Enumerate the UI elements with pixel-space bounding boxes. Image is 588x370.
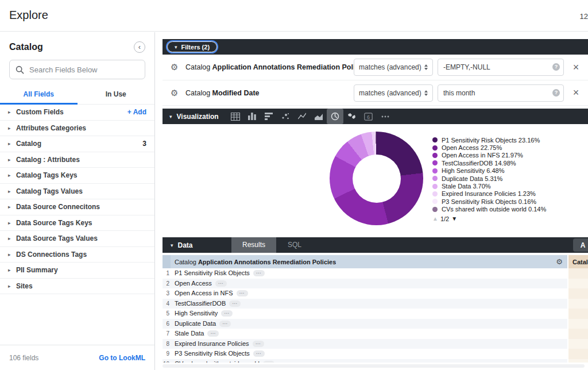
legend-item[interactable]: TestClassifierDOB 14.98% (432, 159, 546, 167)
cell-menu-icon[interactable]: ⋯ (253, 341, 264, 347)
column-gear-icon[interactable]: ⚙ (556, 257, 563, 266)
sidebar-field-group[interactable]: ▸ Custom Fields + Add (0, 105, 154, 121)
more-icon[interactable] (377, 109, 393, 124)
legend-item[interactable]: Open Access in NFS 21.97% (432, 152, 546, 159)
sidebar-field-group[interactable]: ▸ Data Source Tags Values (0, 231, 154, 247)
tab-all-fields[interactable]: All Fields (0, 86, 78, 104)
sidebar-field-group[interactable]: ▸ Catalog Tags Keys (0, 168, 154, 184)
filters-toggle-button[interactable]: ▾ Filters (2) (167, 41, 217, 52)
single-value-icon[interactable]: 6 (360, 109, 377, 124)
measure-cell[interactable] (567, 279, 588, 289)
measure-cell[interactable] (567, 359, 588, 363)
legend-item[interactable]: CVs shared with outside world 0.14% (432, 206, 546, 213)
dimension-cell[interactable]: High Sensitivity ⋯ (171, 309, 567, 319)
expand-caret-icon[interactable]: ▸ (8, 172, 16, 178)
sidebar-field-group[interactable]: ▸ Sites (0, 279, 154, 295)
expand-caret-icon[interactable]: ▸ (8, 157, 16, 163)
measure-cell[interactable] (567, 309, 588, 319)
cell-menu-icon[interactable]: ⋯ (229, 300, 241, 307)
expand-caret-icon[interactable]: ▸ (8, 125, 16, 131)
tab-results[interactable]: Results (231, 237, 276, 253)
pie-chart-icon[interactable] (327, 109, 343, 124)
measure-cell[interactable] (567, 329, 588, 339)
dimension-cell[interactable]: TestClassifierDOB ⋯ (171, 299, 567, 309)
partial-action-button[interactable]: A (573, 238, 588, 252)
sidebar-field-group[interactable]: ▸ Attributes Categories (0, 121, 154, 137)
cell-menu-icon[interactable]: ⋯ (207, 330, 219, 337)
dimension-cell[interactable]: Expired Insurance Policies ⋯ (171, 339, 567, 349)
legend-item[interactable]: P3 Sensitivity Risk Objects 0.16% (432, 198, 546, 205)
measure-cell[interactable] (567, 288, 588, 299)
measure-cell[interactable] (567, 268, 588, 279)
cell-menu-icon[interactable]: ⋯ (237, 290, 248, 296)
column-chart-icon[interactable] (243, 109, 260, 124)
tab-in-use[interactable]: In Use (78, 86, 155, 104)
sidebar-field-group[interactable]: ▸ Data Source Connecitons (0, 199, 154, 215)
dimension-cell[interactable]: Open Access ⋯ (171, 279, 567, 289)
search-input[interactable] (29, 65, 139, 74)
cell-menu-icon[interactable]: ⋯ (263, 361, 274, 363)
line-chart-icon[interactable] (293, 109, 310, 124)
measure-cell[interactable] (567, 319, 588, 329)
area-chart-icon[interactable] (310, 109, 327, 124)
visualization-bar-label[interactable]: Visualization (177, 113, 219, 121)
map-icon[interactable] (343, 109, 360, 124)
legend-item[interactable]: High Sensitivity 6.48% (432, 167, 546, 175)
donut-chart[interactable] (330, 132, 423, 225)
legend-item[interactable]: P1 Sensitivity Risk Objects 23.16% (432, 136, 546, 144)
legend-page-down-icon[interactable]: ▼ (451, 215, 457, 222)
sidebar-field-group[interactable]: ▸ PII Summary (0, 263, 154, 279)
legend-item[interactable]: Expired Insurance Policies 1.23% (432, 190, 546, 198)
legend-page-up-icon[interactable]: ▲ (432, 215, 438, 222)
expand-caret-icon[interactable]: ▸ (8, 109, 16, 115)
chevron-down-icon[interactable]: ▾ (169, 114, 172, 120)
measure-cell[interactable] (567, 349, 588, 359)
expand-caret-icon[interactable]: ▸ (8, 267, 16, 273)
filter-gear-icon[interactable]: ⚙ (171, 62, 182, 72)
dimension-cell[interactable]: Duplicate Data ⋯ (171, 319, 567, 329)
expand-caret-icon[interactable]: ▸ (8, 204, 16, 210)
expand-caret-icon[interactable]: ▸ (8, 283, 16, 289)
filter-value-input[interactable] (438, 84, 564, 102)
expand-caret-icon[interactable]: ▸ (8, 141, 16, 147)
measure-column-header[interactable]: Catalog (567, 255, 588, 268)
legend-item[interactable]: Stale Data 3.70% (432, 182, 546, 190)
legend-item[interactable]: Open Access 22.75% (432, 144, 546, 151)
cell-menu-icon[interactable]: ⋯ (253, 350, 265, 357)
sidebar-field-group[interactable]: ▸ Catalog : Attributes (0, 152, 154, 168)
dimension-cell[interactable]: P1 Sensitivity Risk Objects ⋯ (171, 268, 567, 279)
data-toggle-button[interactable]: ▾ Data (163, 241, 218, 249)
cell-menu-icon[interactable]: ⋯ (253, 270, 265, 276)
filter-operator-select[interactable]: matches (advanced) (354, 84, 433, 102)
cell-menu-icon[interactable]: ⋯ (215, 280, 227, 287)
filter-value-input[interactable] (438, 59, 564, 76)
expand-caret-icon[interactable]: ▸ (8, 220, 16, 226)
measure-cell[interactable] (567, 299, 588, 309)
bar-chart-icon[interactable] (260, 109, 277, 124)
expand-caret-icon[interactable]: ▸ (8, 188, 16, 194)
dimension-cell[interactable]: Open Access in NFS ⋯ (171, 288, 567, 299)
legend-item[interactable]: Duplicate Data 5.31% (432, 175, 546, 182)
filter-help-icon[interactable]: ? (552, 89, 560, 97)
cell-menu-icon[interactable]: ⋯ (221, 310, 233, 317)
remove-filter-icon[interactable]: × (564, 61, 588, 74)
go-to-lookml-link[interactable]: Go to LookML (99, 354, 145, 362)
dimension-cell[interactable]: CVs shared with outside world ⋯ (171, 359, 567, 363)
sidebar-field-group[interactable]: ▸ Catalog 3 (0, 136, 154, 152)
expand-caret-icon[interactable]: ▸ (8, 252, 16, 257)
collapse-sidebar-icon[interactable]: ‹ (134, 41, 145, 53)
dimension-cell[interactable]: Stale Data ⋯ (171, 329, 567, 339)
expand-caret-icon[interactable]: ▸ (8, 236, 16, 241)
sidebar-field-group[interactable]: ▸ Catalog Tags Values (0, 184, 154, 200)
scatter-chart-icon[interactable] (277, 109, 293, 124)
table-icon[interactable] (227, 109, 243, 124)
horizontal-scrollbar[interactable] (163, 364, 585, 368)
tab-sql[interactable]: SQL (276, 237, 313, 253)
dimension-column-header[interactable]: Catalog Application Annotations Remediat… (171, 255, 567, 268)
filter-operator-select[interactable]: matches (advanced) (354, 59, 433, 76)
add-custom-field-link[interactable]: + Add (127, 108, 146, 116)
sidebar-field-group[interactable]: ▸ DS Connections Tags (0, 247, 154, 263)
filter-help-icon[interactable]: ? (552, 63, 560, 71)
remove-filter-icon[interactable]: × (564, 87, 588, 99)
filter-gear-icon[interactable]: ⚙ (171, 88, 182, 98)
